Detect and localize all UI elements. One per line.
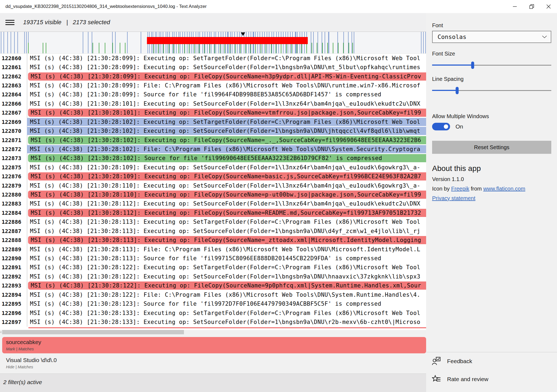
feedback-icon (432, 357, 441, 366)
hamburger-menu-icon[interactable] (5, 19, 14, 26)
log-row[interactable]: 122890MSI (s) (4C:38) [21:30:28:113]: So… (0, 254, 426, 263)
font-size-slider[interactable] (432, 61, 551, 69)
minimap-blue-mark (325, 32, 325, 53)
minimap-green-mark (105, 43, 105, 54)
log-row[interactable]: 122886MSI (s) (4C:38) [21:30:28:113]: Ex… (0, 218, 426, 226)
feedback-button[interactable]: Feedback (426, 352, 557, 370)
log-row[interactable]: 122894MSI (s) (4C:38) [21:30:28:122]: Fi… (0, 290, 426, 299)
minimap-green-mark (245, 43, 246, 54)
log-line-number: 122895 (0, 299, 27, 308)
log-row[interactable]: 122872MSI (s) (4C:38) [21:30:28:102]: Fi… (0, 145, 426, 154)
toggle-state-label: On (456, 123, 463, 130)
log-row[interactable]: 122873MSI (s) (4C:38) [21:30:28:102]: So… (0, 154, 426, 163)
log-line-number: 122879 (0, 181, 27, 190)
log-row[interactable]: 122887MSI (s) (4C:38) [21:30:28:113]: Ex… (0, 226, 426, 235)
log-row[interactable]: 122860MSI (s) (4C:38) [21:30:28:099]: Ex… (0, 54, 426, 63)
minimap-green-mark (276, 43, 276, 54)
log-list-overflow (0, 327, 426, 330)
log-row[interactable]: 122869MSI (s) (4C:38) [21:30:28:102]: Ex… (0, 117, 426, 126)
log-line-text: MSI (s) (4C:38) [21:30:28:123]: Source f… (27, 300, 426, 308)
log-row[interactable]: 122875MSI (s) (4C:38) [21:30:28:109]: Ex… (0, 163, 426, 172)
version-text: Version 1.1.0 (432, 176, 551, 182)
log-row[interactable]: 122884MSI (s) (4C:38) [21:30:28:112]: Ex… (0, 208, 426, 217)
log-row[interactable]: 122876MSI (s) (4C:38) [21:30:28:109]: Ex… (0, 172, 426, 181)
flaticon-link[interactable]: www.flaticon.com (483, 186, 525, 192)
font-select[interactable]: Consolas (432, 31, 551, 43)
close-icon (546, 4, 551, 9)
minimap-blue-mark (127, 32, 128, 53)
filter-meta: Hide | Matches (6, 365, 426, 369)
log-row[interactable]: 122889MSI (s) (4C:38) [21:30:28:113]: Fi… (0, 245, 426, 254)
log-row[interactable]: 122883MSI (s) (4C:38) [21:30:28:112]: Ex… (0, 199, 426, 208)
status-bar: 2 filter(s) active (0, 373, 426, 392)
log-row[interactable]: 122880MSI (s) (4C:38) [21:30:28:110]: Ex… (0, 190, 426, 199)
log-row[interactable]: 122892MSI (s) (4C:38) [21:30:28:122]: Ex… (0, 272, 426, 281)
log-row[interactable]: 122897MSI (s) (4C:38) [21:30:28:133]: Ex… (0, 317, 426, 326)
minimap-green-mark (125, 43, 125, 54)
log-row[interactable]: 122893MSI (s) (4C:38) [21:30:28:122]: Ex… (0, 281, 426, 290)
minimap-blue-mark (115, 32, 116, 53)
log-row[interactable]: 122870MSI (s) (4C:38) [21:30:28:102]: Ex… (0, 126, 426, 135)
filter-panel: sourcecabkey Mark | Matches Visual Studi… (0, 334, 426, 373)
minimap-position-marker[interactable] (241, 32, 245, 36)
freepik-link[interactable]: Freepik (451, 186, 469, 192)
rate-and-review-button[interactable]: Rate and review (426, 370, 557, 388)
minimap-green-mark (120, 43, 120, 54)
slider-thumb[interactable] (471, 62, 474, 69)
toolbar: 193715 visible | 2173 selected (0, 13, 426, 32)
minimap-green-mark (179, 43, 179, 54)
filter-card-visual-studio[interactable]: Visual Studio \d\d\.0 Hide | Matches (2, 355, 426, 372)
about-title: About this app (432, 164, 551, 173)
log-row[interactable]: 122861MSI (s) (4C:38) [21:30:28:099]: Ex… (0, 63, 426, 72)
minimap-green-mark (46, 43, 46, 54)
rate-label: Rate and review (447, 376, 488, 382)
log-list: 122860MSI (s) (4C:38) [21:30:28:099]: Ex… (0, 54, 426, 327)
minimap-green-mark (28, 43, 29, 54)
minimize-button[interactable] (506, 0, 523, 13)
privacy-statement-link[interactable]: Privacy statement (432, 195, 475, 201)
log-row[interactable]: 122866MSI (s) (4C:38) [21:30:28:101]: Ex… (0, 99, 426, 108)
horizontal-scrollbar[interactable]: ‹ (0, 330, 426, 334)
log-line-number: 122866 (0, 99, 27, 108)
scrollbar-thumb[interactable] (2, 330, 184, 334)
line-spacing-slider[interactable] (432, 87, 551, 94)
log-line-text: MSI (s) (4C:38) [21:30:28:102]: Executin… (27, 127, 426, 135)
minimap-blue-mark (92, 32, 92, 53)
allow-multiple-windows-toggle[interactable] (432, 123, 450, 130)
log-row[interactable]: 122864MSI (s) (4C:38) [21:30:28:099]: So… (0, 90, 426, 99)
log-line-number: 122860 (0, 54, 27, 63)
scroll-left-icon[interactable]: ‹ (0, 329, 2, 334)
minimap-green-mark (349, 43, 349, 54)
minimize-icon (513, 4, 517, 9)
rate-star-icon (432, 375, 441, 384)
minimap-green-mark (163, 43, 164, 54)
log-row[interactable]: 122863MSI (s) (4C:38) [21:30:28:099]: Fi… (0, 81, 426, 90)
log-row[interactable]: 122896MSI (s) (4C:38) [21:30:28:133]: Ex… (0, 308, 426, 317)
minimap-blue-mark (311, 32, 311, 53)
minimap-green-mark (291, 43, 292, 54)
log-line-text: MSI (s) (4C:38) [21:30:28:099]: Source f… (27, 90, 426, 99)
font-select-value: Consolas (438, 33, 542, 40)
minimap-blue-mark (83, 32, 83, 53)
minimap-blue-mark (313, 32, 314, 53)
log-row[interactable]: 122888MSI (s) (4C:38) [21:30:28:113]: Ex… (0, 235, 426, 244)
log-line-text: MSI (s) (4C:38) [21:30:28:101]: Executin… (28, 109, 426, 117)
log-line-text: MSI (s) (4C:38) [21:30:28:122]: Executin… (27, 272, 426, 281)
log-row[interactable]: 122895MSI (s) (4C:38) [21:30:28:123]: So… (0, 299, 426, 308)
log-row[interactable]: 122891MSI (s) (4C:38) [21:30:28:122]: Ex… (0, 263, 426, 272)
minimap-blue-mark (352, 32, 352, 53)
log-line-number: 122873 (0, 154, 27, 163)
reset-settings-button[interactable]: Reset Settings (432, 141, 551, 154)
minimap[interactable] (0, 32, 426, 54)
close-button[interactable] (540, 0, 557, 13)
slider-thumb[interactable] (456, 87, 458, 94)
log-row[interactable]: 122871MSI (s) (4C:38) [21:30:28:102]: Ex… (0, 136, 426, 145)
minimap-green-mark (343, 43, 344, 54)
log-line-number: 122875 (0, 163, 27, 172)
minimap-blue-mark (17, 32, 18, 53)
log-row[interactable]: 122867MSI (s) (4C:38) [21:30:28:101]: Ex… (0, 108, 426, 117)
log-row[interactable]: 122862MSI (s) (4C:38) [21:30:28:099]: Ex… (0, 72, 426, 81)
restore-button[interactable] (523, 0, 540, 13)
log-row[interactable]: 122879MSI (s) (4C:38) [21:30:28:110]: Ex… (0, 181, 426, 190)
filter-card-sourcecabkey[interactable]: sourcecabkey Mark | Matches (2, 337, 426, 353)
